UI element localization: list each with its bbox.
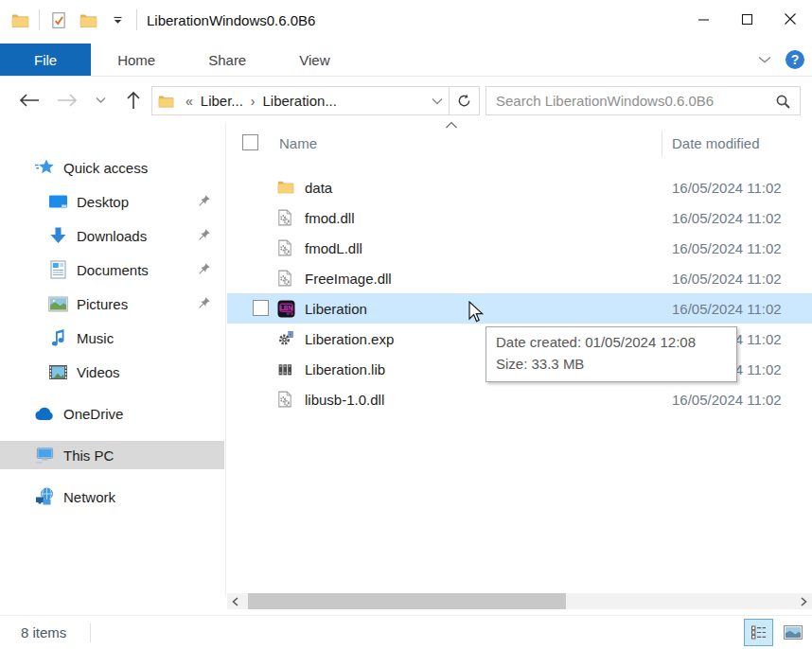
tab-view[interactable]: View bbox=[273, 44, 356, 76]
folder-icon[interactable] bbox=[9, 9, 30, 30]
refresh-button[interactable] bbox=[450, 86, 480, 115]
scroll-left-arrow[interactable] bbox=[227, 593, 243, 609]
search-input[interactable] bbox=[496, 93, 775, 109]
details-view-button[interactable] bbox=[744, 619, 773, 646]
file-row-libusb-1-0-dll[interactable]: libusb-1.0.dll 16/05/2024 11:02 bbox=[227, 384, 812, 414]
ribbon-tabs: FileHomeShareView bbox=[0, 44, 812, 77]
new-folder-icon[interactable] bbox=[78, 9, 98, 30]
lbn-app-icon: LBNBETA bbox=[277, 300, 294, 317]
pin-icon bbox=[198, 262, 211, 275]
close-button[interactable] bbox=[768, 0, 812, 38]
sidebar-item-desktop[interactable]: Desktop bbox=[0, 187, 224, 216]
tab-home[interactable]: Home bbox=[91, 44, 182, 76]
toolbar-separator bbox=[39, 9, 40, 30]
status-bar: 8 items bbox=[0, 615, 812, 649]
sidebar-item-quick-access[interactable]: Quick access bbox=[0, 153, 224, 182]
properties-checkmark-icon[interactable] bbox=[48, 9, 69, 30]
sidebar-item-label: Documents bbox=[77, 262, 149, 278]
sidebar-item-label: OneDrive bbox=[63, 406, 123, 422]
picture-icon bbox=[47, 293, 68, 314]
tooltip-size: Size: 33.3 MB bbox=[496, 353, 727, 375]
status-separator bbox=[90, 623, 91, 642]
dll-file-icon bbox=[277, 270, 294, 287]
column-divider[interactable] bbox=[662, 131, 662, 157]
sidebar-item-label: Pictures bbox=[77, 296, 128, 312]
column-headers: Name Date modified bbox=[227, 123, 812, 159]
thumbnail-view-button[interactable] bbox=[778, 619, 807, 646]
mouse-cursor bbox=[468, 301, 485, 324]
back-button[interactable] bbox=[15, 78, 44, 123]
file-row-fmodl-dll[interactable]: fmodL.dll 16/05/2024 11:02 bbox=[227, 233, 812, 263]
address-dropdown-chevron-icon[interactable] bbox=[432, 97, 443, 105]
file-name: fmod.dll bbox=[305, 210, 355, 226]
scroll-right-arrow[interactable] bbox=[796, 593, 812, 609]
video-film-icon bbox=[47, 361, 68, 382]
tab-share[interactable]: Share bbox=[182, 44, 273, 76]
column-header-name[interactable]: Name bbox=[279, 135, 317, 151]
sidebar-item-pictures[interactable]: Pictures bbox=[0, 289, 224, 318]
sidebar-item-onedrive[interactable]: OneDrive bbox=[0, 399, 224, 428]
file-date-modified: 16/05/2024 11:02 bbox=[672, 210, 782, 226]
pc-monitor-icon bbox=[34, 445, 55, 465]
file-row-fmod-dll[interactable]: fmod.dll 16/05/2024 11:02 bbox=[227, 202, 812, 233]
sidebar-item-label: Desktop bbox=[77, 194, 129, 210]
file-name: data bbox=[305, 180, 332, 196]
pin-icon bbox=[198, 194, 211, 207]
customize-toolbar-dropdown-icon[interactable] bbox=[107, 9, 128, 30]
help-button[interactable]: ? bbox=[786, 50, 804, 69]
address-folder-icon bbox=[158, 94, 174, 108]
sidebar-item-music[interactable]: Music bbox=[0, 324, 224, 352]
main-area: Quick access Desktop Downloads Documents… bbox=[0, 123, 812, 615]
sidebar-item-this-pc[interactable]: This PC bbox=[0, 441, 224, 469]
minimize-button[interactable] bbox=[681, 0, 725, 38]
file-name: fmodL.dll bbox=[305, 240, 362, 256]
sidebar-item-label: Music bbox=[77, 330, 114, 346]
breadcrumb-overflow[interactable]: « bbox=[181, 94, 198, 109]
sidebar-item-downloads[interactable]: Downloads bbox=[0, 221, 224, 250]
select-all-checkbox[interactable] bbox=[242, 134, 258, 150]
recent-locations-chevron-icon[interactable] bbox=[91, 78, 110, 123]
sidebar-item-documents[interactable]: Documents bbox=[0, 255, 224, 284]
file-name: Liberation.exp bbox=[305, 331, 394, 347]
ribbon-right-controls: ? bbox=[757, 44, 804, 76]
column-header-date-modified[interactable]: Date modified bbox=[672, 135, 760, 151]
file-list-pane: Name Date modified data 16/05/2024 11:02… bbox=[227, 123, 812, 615]
window-controls bbox=[681, 0, 812, 44]
pane-divider[interactable] bbox=[225, 123, 226, 596]
dll-file-icon bbox=[277, 209, 294, 226]
file-name: Liberation bbox=[305, 301, 367, 317]
horizontal-scrollbar[interactable] bbox=[227, 593, 812, 609]
sidebar-item-label: Network bbox=[63, 489, 115, 505]
lib-file-icon bbox=[277, 360, 294, 377]
file-name: libusb-1.0.dll bbox=[305, 392, 384, 408]
address-bar[interactable]: « Liber... › Liberation... bbox=[151, 86, 450, 115]
sidebar-item-videos[interactable]: Videos bbox=[0, 358, 224, 386]
row-checkbox[interactable] bbox=[253, 300, 269, 316]
file-row-freeimage-dll[interactable]: FreeImage.dll 16/05/2024 11:02 bbox=[227, 263, 812, 293]
search-icon[interactable] bbox=[775, 94, 790, 109]
dll-file-icon bbox=[277, 239, 294, 256]
file-row-data[interactable]: data 16/05/2024 11:02 bbox=[227, 172, 812, 202]
breadcrumb-segment[interactable]: Liberation... bbox=[260, 93, 340, 109]
navigation-bar: « Liber... › Liberation... bbox=[0, 78, 812, 123]
search-box[interactable] bbox=[485, 86, 801, 115]
tab-file[interactable]: File bbox=[0, 44, 91, 76]
sidebar-item-label: Videos bbox=[77, 364, 120, 380]
file-row-liberation[interactable]: LBNBETA Liberation 16/05/2024 11:02 bbox=[227, 293, 812, 324]
sort-ascending-icon[interactable] bbox=[445, 121, 458, 130]
sidebar-item-network[interactable]: Network bbox=[0, 482, 224, 511]
breadcrumb-segment[interactable]: Liber... bbox=[198, 93, 246, 109]
maximize-button[interactable] bbox=[725, 0, 768, 38]
up-button[interactable] bbox=[119, 78, 148, 123]
quick-access-star-icon bbox=[34, 157, 55, 178]
forward-button[interactable] bbox=[53, 78, 81, 123]
items-count: 8 items bbox=[21, 624, 66, 640]
exp-file-icon bbox=[277, 330, 294, 347]
pin-icon bbox=[198, 296, 211, 309]
network-globe-icon bbox=[34, 486, 55, 507]
scrollbar-thumb[interactable] bbox=[248, 593, 566, 609]
folder-icon bbox=[277, 179, 294, 196]
expand-ribbon-chevron-icon[interactable] bbox=[757, 55, 772, 64]
file-date-modified: 16/05/2024 11:02 bbox=[672, 301, 782, 317]
downloads-arrow-icon bbox=[47, 225, 68, 246]
